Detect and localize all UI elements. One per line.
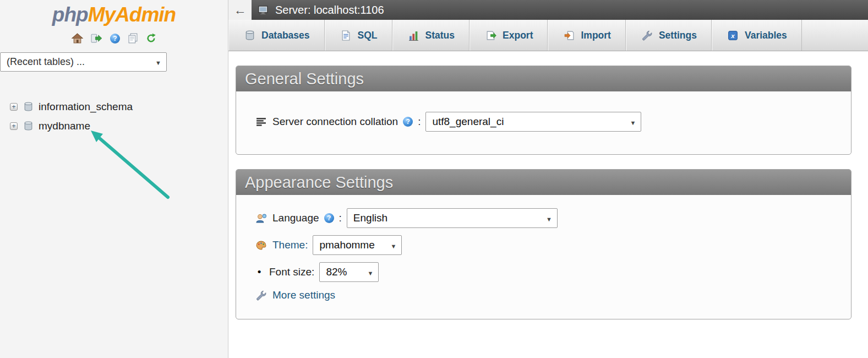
settings-content: General Settings — [228, 51, 868, 319]
tab-variables[interactable]: x Variables — [712, 20, 802, 51]
general-settings-body: Server connection collation : utf8_gener… — [236, 91, 851, 154]
phpmyadmin-window: phpMyAdmin — [0, 0, 868, 358]
colon-separator: : — [339, 212, 342, 224]
language-select[interactable]: English — [347, 208, 558, 228]
chevron-down-icon — [148, 56, 161, 68]
tab-label: Variables — [745, 30, 787, 41]
language-label: Language — [272, 212, 319, 224]
server-topbar: ← Server: localhost:1106 — [228, 0, 868, 20]
group-title: General Settings — [236, 66, 851, 91]
database-icon — [21, 121, 35, 131]
database-tree: information_schema mydbname — [10, 97, 228, 135]
help-icon[interactable] — [324, 213, 334, 223]
tree-item-mydbname: mydbname — [10, 116, 228, 135]
tab-sql[interactable]: SQL — [325, 20, 392, 51]
refresh-icon[interactable] — [146, 33, 156, 44]
import-icon — [563, 30, 576, 41]
theme-select[interactable]: pmahomme — [313, 235, 402, 255]
language-value: English — [353, 212, 387, 224]
group-title: Appearance Settings — [236, 170, 851, 195]
appearance-settings-group: Appearance Settings Language : — [236, 169, 851, 319]
recent-tables-select[interactable]: (Recent tables) ... — [0, 52, 167, 72]
collation-icon — [254, 118, 268, 126]
logo-text-myadmin: MyAdmin — [88, 3, 176, 26]
chevron-down-icon — [359, 266, 373, 278]
server-icon — [257, 6, 270, 15]
wrench-icon — [254, 290, 268, 301]
database-icon — [243, 30, 256, 40]
chevron-down-icon — [538, 212, 552, 224]
font-size-row: • Font size: 82% — [254, 262, 840, 282]
general-settings-group: General Settings — [236, 66, 851, 155]
sql-icon — [340, 30, 353, 41]
logout-icon[interactable] — [91, 34, 102, 43]
expand-plus-icon[interactable] — [10, 122, 18, 130]
more-settings-row: More settings — [254, 289, 840, 301]
more-settings-link[interactable]: More settings — [272, 289, 335, 301]
font-size-value: 82% — [326, 266, 347, 278]
status-chart-icon — [407, 30, 421, 41]
wrench-icon — [641, 30, 654, 41]
logo-text-php: php — [52, 3, 88, 26]
appearance-settings-body: Language : English — [236, 195, 851, 319]
theme-label: Theme: — [272, 239, 308, 251]
tab-label: SQL — [358, 30, 378, 41]
theme-value: pmahomme — [319, 239, 374, 251]
language-icon — [254, 214, 268, 223]
colon-separator: : — [418, 116, 421, 128]
tab-export[interactable]: Export — [470, 20, 548, 51]
collation-row: Server connection collation : utf8_gener… — [254, 112, 840, 132]
bullet-marker: • — [254, 266, 264, 278]
tab-label: Settings — [659, 30, 697, 41]
help-icon[interactable] — [403, 117, 413, 127]
tab-databases[interactable]: Databases — [228, 20, 325, 51]
sidebar-toolbar — [0, 33, 228, 44]
variables-icon: x — [727, 30, 740, 41]
collation-label: Server connection collation — [272, 116, 398, 128]
main-panel: ← Server: localhost:1106 — [228, 0, 868, 358]
chevron-down-icon — [623, 116, 636, 128]
chevron-down-icon — [383, 239, 397, 251]
tree-item-label[interactable]: information_schema — [39, 101, 133, 113]
collation-value: utf8_general_ci — [432, 116, 504, 128]
sidebar: phpMyAdmin — [0, 0, 228, 358]
tab-label: Databases — [261, 30, 310, 41]
tab-settings[interactable]: Settings — [626, 20, 712, 51]
tree-item-information-schema: information_schema — [10, 97, 228, 116]
server-label: Server: localhost:1106 — [275, 4, 384, 17]
theme-palette-icon — [254, 241, 268, 250]
tab-label: Import — [581, 30, 610, 41]
language-row: Language : English — [254, 208, 840, 228]
tab-bar: Databases SQL — [228, 20, 868, 51]
tab-status[interactable]: Status — [392, 20, 470, 51]
font-size-label: Font size: — [269, 266, 314, 278]
recent-tables-value: (Recent tables) ... — [7, 56, 85, 68]
database-icon — [21, 102, 35, 111]
help-icon[interactable] — [110, 34, 120, 44]
server-breadcrumb: Server: localhost:1106 — [252, 0, 868, 20]
back-arrow[interactable]: ← — [228, 0, 252, 20]
phpmyadmin-logo[interactable]: phpMyAdmin — [0, 3, 228, 26]
tree-item-label[interactable]: mydbname — [39, 120, 90, 132]
docs-icon[interactable] — [128, 33, 138, 44]
export-icon — [484, 30, 498, 41]
tab-import[interactable]: Import — [548, 20, 625, 51]
collation-select[interactable]: utf8_general_ci — [425, 112, 641, 132]
tab-label: Status — [425, 30, 455, 41]
tab-label: Export — [503, 30, 533, 41]
theme-row: Theme: pmahomme — [254, 235, 840, 255]
font-size-select[interactable]: 82% — [319, 262, 379, 282]
home-icon[interactable] — [72, 33, 83, 44]
svg-text:x: x — [731, 31, 735, 39]
expand-plus-icon[interactable] — [10, 103, 18, 111]
